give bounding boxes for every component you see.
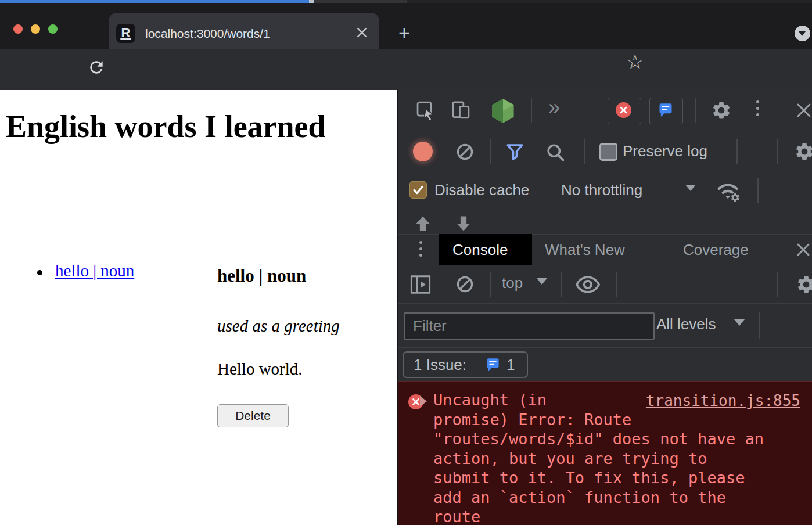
context-selector[interactable]: top	[502, 274, 523, 292]
issues-counter-button[interactable]: 1 Issue: 1	[403, 351, 528, 378]
tab-coverage[interactable]: Coverage	[683, 241, 749, 259]
error-badge-icon	[616, 102, 631, 118]
disable-cache-checkbox[interactable]	[409, 181, 427, 199]
preserve-log-label[interactable]: Preserve log	[623, 142, 707, 160]
new-tab-button[interactable]: +	[398, 21, 410, 44]
error-message-text: Uncaught (in promise) Error: Route "rout…	[433, 391, 764, 525]
clear-console-icon[interactable]	[455, 275, 475, 294]
inspect-element-icon[interactable]	[416, 100, 436, 120]
network-options-row: Disable cache No throttling	[398, 171, 812, 210]
tab-search-button[interactable]	[795, 26, 810, 41]
devtools-main-toolbar: »	[398, 90, 812, 131]
browser-window: R localhost:3000/words/1 + ← → localhost…	[0, 0, 812, 525]
error-message: transition.js:855Uncaught (in promise) E…	[433, 390, 810, 525]
reload-button[interactable]	[87, 58, 106, 77]
issue-count: 1	[506, 356, 515, 374]
expand-error-icon[interactable]	[420, 396, 427, 407]
traffic-light-minimize[interactable]	[31, 24, 40, 34]
traffic-light-close[interactable]	[13, 24, 23, 34]
nav-toolbar: ← → localhost:3000/words/1 ☆ Incognito	[0, 49, 812, 90]
console-settings-gear-icon[interactable]	[796, 274, 812, 295]
throttling-dropdown-icon[interactable]	[685, 185, 696, 191]
page-title: English words I learned	[6, 106, 331, 148]
drawer-tab-bar: Console What's New Coverage	[398, 234, 812, 265]
console-filter-input[interactable]	[404, 312, 655, 340]
devtools-menu-icon[interactable]	[756, 100, 759, 120]
error-source-link[interactable]: transition.js:855	[646, 391, 800, 411]
clear-network-icon[interactable]	[455, 142, 475, 161]
word-example: Hello world.	[217, 359, 303, 379]
drawer-menu-icon[interactable]	[419, 241, 422, 260]
import-har-icon[interactable]	[414, 214, 432, 233]
node-icon[interactable]	[490, 98, 516, 124]
issue-text: 1 Issue:	[414, 356, 466, 374]
word-detail-title: hello | noun	[217, 265, 306, 286]
console-error-entry: transition.js:855Uncaught (in promise) E…	[398, 381, 812, 525]
issue-bubble-icon	[485, 357, 501, 373]
drawer-close-icon[interactable]	[796, 242, 811, 257]
tab-whats-new[interactable]: What's New	[545, 241, 625, 259]
record-icon[interactable]	[413, 142, 433, 161]
search-icon[interactable]	[545, 142, 566, 163]
list-bullet	[37, 270, 42, 275]
console-toolbar: top	[398, 265, 812, 304]
page-content: English words I learned hello | noun hel…	[0, 90, 397, 525]
preserve-log-checkbox[interactable]	[599, 143, 617, 161]
bookmark-star-icon[interactable]: ☆	[626, 50, 644, 73]
devtools-close-icon[interactable]	[796, 102, 812, 118]
export-har-icon[interactable]	[454, 214, 473, 233]
word-definition: used as a greeting	[217, 317, 340, 336]
error-count-button[interactable]	[608, 98, 641, 124]
devtools-settings-icon[interactable]	[711, 100, 732, 121]
issues-button[interactable]	[649, 98, 683, 124]
issues-bubble-icon	[657, 102, 674, 118]
device-toolbar-icon[interactable]	[451, 100, 472, 121]
filter-funnel-icon[interactable]	[504, 142, 526, 162]
word-link[interactable]: hello | noun	[55, 261, 134, 281]
console-filter-row: All levels	[398, 304, 812, 348]
live-expression-eye-icon[interactable]	[575, 275, 601, 294]
network-conditions-icon[interactable]	[713, 178, 747, 205]
chevron-down-icon	[799, 31, 806, 36]
levels-dropdown-icon[interactable]	[734, 319, 745, 326]
log-levels-select[interactable]: All levels	[656, 315, 716, 333]
tab-strip: R localhost:3000/words/1 +	[0, 3, 812, 49]
context-dropdown-icon[interactable]	[537, 278, 547, 285]
console-sidebar-icon[interactable]	[409, 274, 432, 295]
remix-favicon-icon: R	[116, 24, 135, 43]
traffic-light-zoom[interactable]	[48, 24, 58, 34]
har-row	[398, 210, 812, 235]
tab-close-icon[interactable]	[355, 26, 368, 39]
network-settings-gear-icon[interactable]	[794, 141, 812, 162]
disable-cache-label[interactable]: Disable cache	[434, 181, 529, 199]
throttling-select[interactable]: No throttling	[561, 181, 642, 199]
issues-row: 1 Issue: 1	[398, 348, 812, 381]
network-toolbar: Preserve log	[398, 131, 812, 171]
more-tabs-icon[interactable]: »	[548, 95, 560, 120]
tab-console-label[interactable]: Console	[452, 241, 508, 259]
tab-title: localhost:3000/words/1	[145, 27, 270, 41]
delete-button[interactable]: Delete	[217, 404, 289, 427]
devtools-panel: »	[397, 90, 812, 525]
